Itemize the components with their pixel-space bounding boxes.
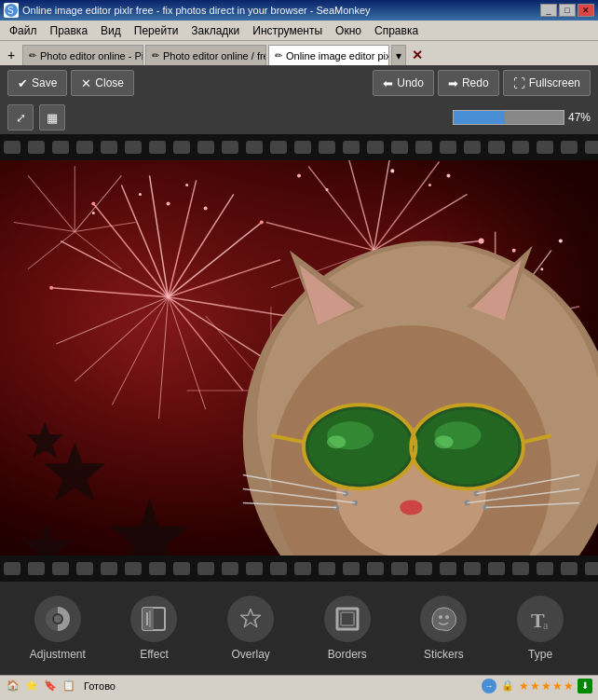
film-strip-bottom <box>0 556 598 582</box>
status-bookmark-icon[interactable]: 🔖 <box>43 679 58 693</box>
svg-point-86 <box>434 435 453 448</box>
bottom-panel: Adjustment Effect Overlay <box>0 582 598 675</box>
new-tab-button[interactable]: + <box>2 45 20 65</box>
tab-1-label: Photo editor online - Pixl... <box>40 50 143 62</box>
grid-icon: ▦ <box>47 111 58 125</box>
menu-window[interactable]: Окно <box>330 22 367 39</box>
maximize-btn[interactable]: □ <box>559 4 576 17</box>
save-button[interactable]: ✔ Save <box>7 70 67 96</box>
tool-borders[interactable]: Borders <box>306 596 389 661</box>
undo-button[interactable]: ⬅ Undo <box>373 70 434 96</box>
svg-point-99 <box>204 206 208 210</box>
tool-overlay[interactable]: Overlay <box>209 596 292 661</box>
redo-button[interactable]: ➡ Redo <box>438 70 499 96</box>
menu-bar: Файл Правка Вид Перейти Закладки Инструм… <box>0 21 598 41</box>
film-hole <box>415 141 432 154</box>
type-icon: T a <box>517 596 564 642</box>
status-download-icon[interactable]: ⬇ <box>578 679 592 693</box>
film-hole <box>270 562 287 575</box>
svg-point-106 <box>512 249 516 253</box>
tool-stickers[interactable]: Stickers <box>401 596 485 661</box>
film-hole <box>343 562 360 575</box>
film-hole <box>52 562 69 575</box>
status-text: Готово <box>84 680 474 692</box>
zoom-fit-button[interactable]: ⤢ <box>7 104 34 130</box>
menu-view[interactable]: Вид <box>95 22 127 39</box>
film-hole <box>294 562 311 575</box>
tab-2-label: Photo editor online / fre... <box>163 50 266 62</box>
svg-point-111 <box>54 615 61 623</box>
star-4: ★ <box>552 679 563 693</box>
menu-go[interactable]: Перейти <box>129 22 184 39</box>
star-3: ★ <box>541 679 551 693</box>
status-rss-icon[interactable]: 📋 <box>61 679 76 693</box>
svg-point-105 <box>446 173 450 177</box>
film-hole <box>537 141 553 154</box>
tool-effect[interactable]: Effect <box>112 596 196 661</box>
svg-point-62 <box>400 500 422 515</box>
tab-bar: + ✏ Photo editor online - Pixl... ✕ ✏ Ph… <box>0 41 598 65</box>
film-hole <box>440 562 456 575</box>
tab-dropdown-btn[interactable]: ▾ <box>391 45 406 65</box>
zoom-progress-fill <box>454 111 505 124</box>
film-hole <box>585 562 598 575</box>
menu-bookmarks[interactable]: Закладки <box>185 22 245 39</box>
status-icons-left: 🏠 ⭐ 🔖 📋 <box>6 679 76 693</box>
close-btn[interactable]: ✕ <box>578 4 594 17</box>
film-hole <box>149 562 166 575</box>
film-hole <box>367 141 384 154</box>
film-hole <box>391 562 408 575</box>
film-hole <box>173 141 190 154</box>
zoom-progress-bar[interactable] <box>453 110 564 125</box>
film-hole <box>561 562 578 575</box>
zoom-fit-icon: ⤢ <box>16 111 26 125</box>
film-hole <box>28 141 45 154</box>
film-hole <box>488 141 505 154</box>
status-lock-icon: 🔒 <box>500 679 515 693</box>
film-hole <box>4 562 20 575</box>
tool-adjustment[interactable]: Adjustment <box>16 596 100 661</box>
svg-point-96 <box>167 201 170 205</box>
film-hole <box>512 562 529 575</box>
tab-1[interactable]: ✏ Photo editor online - Pixl... ✕ <box>22 45 143 65</box>
canvas-area[interactable] <box>0 134 598 582</box>
svg-point-120 <box>439 615 442 619</box>
svg-point-97 <box>185 184 188 186</box>
tab-2-icon: ✏ <box>152 50 159 61</box>
close-x-icon: ✕ <box>81 76 91 90</box>
stickers-label: Stickers <box>424 648 464 661</box>
undo-label: Undo <box>397 76 424 89</box>
window-title: Online image editor pixlr free - fix pho… <box>22 5 371 16</box>
save-label: Save <box>32 76 57 89</box>
status-home-icon[interactable]: 🏠 <box>6 679 20 693</box>
menu-tools[interactable]: Инструменты <box>247 22 328 39</box>
film-hole <box>367 562 384 575</box>
film-hole <box>440 141 456 154</box>
film-hole <box>585 141 598 154</box>
film-hole <box>101 141 117 154</box>
close-button[interactable]: ✕ Close <box>71 70 134 96</box>
window-controls: _ □ ✕ <box>540 4 594 17</box>
editor-toolbar: ✔ Save ✕ Close ⬅ Undo ➡ Redo ⛶ Fullscree… <box>0 65 598 101</box>
menu-edit[interactable]: Правка <box>45 22 94 39</box>
svg-point-101 <box>297 173 301 177</box>
borders-icon <box>324 596 371 642</box>
tab-close-all-btn[interactable]: ✕ <box>408 45 427 65</box>
status-star-icon[interactable]: ⭐ <box>24 679 39 693</box>
grid-button[interactable]: ▦ <box>39 104 65 130</box>
tab-2[interactable]: ✏ Photo editor online / fre... ✕ <box>145 45 266 65</box>
menu-help[interactable]: Справка <box>369 22 424 39</box>
tool-type[interactable]: T a Type <box>498 596 582 661</box>
svg-text:a: a <box>543 619 549 632</box>
film-hole <box>101 562 117 575</box>
svg-point-121 <box>445 615 449 619</box>
film-hole <box>294 141 311 154</box>
tab-3[interactable]: ✏ Online image editor pixl... <box>268 45 389 65</box>
menu-file[interactable]: Файл <box>4 22 43 39</box>
film-hole <box>512 141 529 154</box>
fullscreen-button[interactable]: ⛶ Fullscreen <box>503 70 591 96</box>
film-hole <box>488 562 505 575</box>
minimize-btn[interactable]: _ <box>540 4 557 17</box>
title-bar-left: S Online image editor pixlr free - fix p… <box>4 3 371 18</box>
photo-display[interactable] <box>0 160 598 556</box>
